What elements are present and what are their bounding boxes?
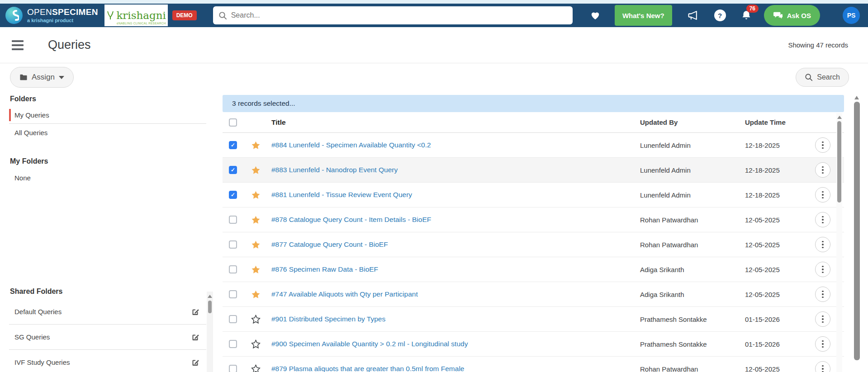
- whats-new-button[interactable]: What's New?: [615, 5, 672, 26]
- query-title-link[interactable]: #879 Plasma aliquots that are greater th…: [271, 365, 464, 372]
- sidebar-item-label: My Queries: [14, 111, 49, 119]
- query-title-link[interactable]: #881 Lunenfeld - Tissue Review Event Que…: [271, 191, 412, 198]
- favorite-star-button[interactable]: [251, 141, 261, 150]
- query-title-link[interactable]: #884 Lunenfeld - Specimen Available Quan…: [271, 141, 431, 149]
- row-menu-button[interactable]: [815, 162, 830, 178]
- updated-by-cell: Lunenfeld Admin: [640, 166, 745, 174]
- row-checkbox[interactable]: [229, 166, 237, 174]
- edit-folder-button[interactable]: [191, 333, 200, 342]
- favorite-star-button[interactable]: [251, 339, 261, 349]
- favorite-star-button[interactable]: [251, 190, 261, 200]
- table-row: #881 Lunenfeld - Tissue Review Event Que…: [223, 183, 844, 207]
- row-menu-button[interactable]: [815, 311, 830, 327]
- sidebar-item-all-queries[interactable]: All Queries: [9, 124, 206, 141]
- star-icon: [251, 190, 261, 200]
- ask-os-button[interactable]: Ask OS: [764, 5, 820, 26]
- row-menu-button[interactable]: [815, 137, 830, 153]
- help-icon: ?: [714, 9, 726, 21]
- scroll-up-arrow-icon[interactable]: [854, 96, 859, 99]
- favorite-star-button[interactable]: [251, 315, 261, 324]
- favorite-star-button[interactable]: [251, 215, 261, 225]
- row-menu-button[interactable]: [815, 237, 830, 252]
- updated-by-cell: Prathamesh Sontakke: [640, 340, 745, 348]
- edit-icon: [191, 307, 200, 316]
- sidebar-scrollbar[interactable]: [207, 292, 213, 372]
- updated-by-cell: Prathamesh Sontakke: [640, 315, 745, 323]
- query-title-link[interactable]: #883 Lunenfeld - Nanodrop Event Query: [271, 166, 398, 174]
- row-checkbox[interactable]: [229, 315, 237, 323]
- favorite-star-button[interactable]: [251, 240, 261, 250]
- ask-os-label: Ask OS: [787, 12, 811, 19]
- search-input[interactable]: [231, 11, 567, 19]
- star-icon: [251, 215, 261, 225]
- query-title-link[interactable]: #877 Catalogue Query Count - BioEF: [271, 240, 388, 248]
- search-icon: [218, 11, 227, 20]
- menu-button[interactable]: [12, 40, 24, 50]
- favorite-star-button[interactable]: [251, 265, 261, 274]
- table-scrollbar[interactable]: [836, 113, 842, 372]
- query-title-link[interactable]: #747 Available Aliquots with Qty per Par…: [271, 290, 418, 298]
- row-checkbox[interactable]: [229, 265, 237, 273]
- row-checkbox[interactable]: [229, 240, 237, 249]
- favorite-star-button[interactable]: [251, 290, 261, 299]
- update-time-cell: 12-05-2025: [745, 216, 815, 224]
- row-menu-button[interactable]: [815, 262, 830, 277]
- chevron-down-icon: [59, 76, 64, 79]
- scroll-up-arrow-icon[interactable]: [208, 295, 212, 298]
- records-summary: Showing 47 records: [788, 41, 848, 49]
- row-checkbox[interactable]: [229, 290, 237, 298]
- sidebar-item-my-queries[interactable]: My Queries: [9, 107, 206, 124]
- openspecimen-brand[interactable]: OPENSPECIMEN a krishagni product: [5, 7, 98, 24]
- star-icon: [251, 240, 261, 250]
- update-time-cell: 12-18-2025: [745, 191, 815, 199]
- row-checkbox[interactable]: [229, 141, 237, 149]
- query-title-link[interactable]: #901 Distributed Specimen by Types: [271, 315, 385, 323]
- sidebar-shared-folder-item[interactable]: SG Queries: [9, 325, 206, 350]
- row-checkbox[interactable]: [229, 191, 237, 199]
- user-avatar[interactable]: PS: [843, 7, 860, 24]
- query-title-link[interactable]: #876 Specimen Raw Data - BioEF: [271, 265, 378, 273]
- kebab-icon: [822, 166, 824, 174]
- edit-folder-button[interactable]: [191, 307, 200, 316]
- query-title-link[interactable]: #878 Catalogue Query Count - Item Detail…: [271, 216, 431, 223]
- table-row: #878 Catalogue Query Count - Item Detail…: [223, 207, 844, 232]
- favorite-star-button[interactable]: [251, 364, 261, 372]
- notifications-button[interactable]: 76: [740, 9, 752, 21]
- search-button[interactable]: Search: [796, 68, 849, 87]
- krishagni-logo[interactable]: krishagni eNABLING CLINICAL RESEARCH: [104, 5, 168, 26]
- help-button[interactable]: ?: [714, 9, 726, 21]
- scroll-up-arrow-icon[interactable]: [837, 116, 842, 119]
- krishagni-logo-subtext: eNABLING CLINICAL RESEARCH: [117, 22, 166, 25]
- column-header-title: Title: [266, 118, 640, 127]
- sidebar-item-label: All Queries: [14, 129, 47, 137]
- scrollbar-thumb[interactable]: [854, 102, 860, 360]
- heart-icon: [589, 10, 601, 21]
- row-menu-button[interactable]: [815, 287, 830, 302]
- scrollbar-thumb[interactable]: [208, 301, 212, 313]
- favorites-button[interactable]: [589, 10, 601, 21]
- row-checkbox[interactable]: [229, 365, 237, 372]
- announcements-button[interactable]: [687, 10, 699, 21]
- favorite-star-button[interactable]: [251, 165, 261, 175]
- scrollbar-thumb[interactable]: [837, 121, 841, 202]
- toolbar: Assign Search: [0, 63, 868, 90]
- select-all-checkbox[interactable]: [229, 118, 237, 127]
- row-menu-button[interactable]: [815, 187, 830, 202]
- search-icon: [805, 73, 813, 81]
- global-search[interactable]: [213, 6, 573, 24]
- row-menu-button[interactable]: [815, 336, 830, 352]
- sidebar-shared-folder-item[interactable]: Default Queries: [9, 299, 206, 325]
- query-title-link[interactable]: #900 Specimen Available Quantity > 0.2 m…: [271, 340, 468, 348]
- edit-folder-button[interactable]: [191, 358, 200, 367]
- assign-button[interactable]: Assign: [10, 67, 74, 88]
- brand-name: OPENSPECIMEN: [27, 8, 98, 17]
- row-checkbox[interactable]: [229, 340, 237, 348]
- row-menu-button[interactable]: [815, 212, 830, 227]
- sidebar-shared-folder-item[interactable]: IVF Study Queries: [9, 350, 206, 372]
- shared-folder-label: IVF Study Queries: [14, 358, 70, 366]
- row-checkbox[interactable]: [229, 216, 237, 224]
- table-row: #879 Plasma aliquots that are greater th…: [223, 357, 844, 372]
- table-header-row: Title Updated By Update Time: [223, 112, 844, 133]
- page-scrollbar[interactable]: [854, 93, 860, 372]
- row-menu-button[interactable]: [815, 361, 830, 372]
